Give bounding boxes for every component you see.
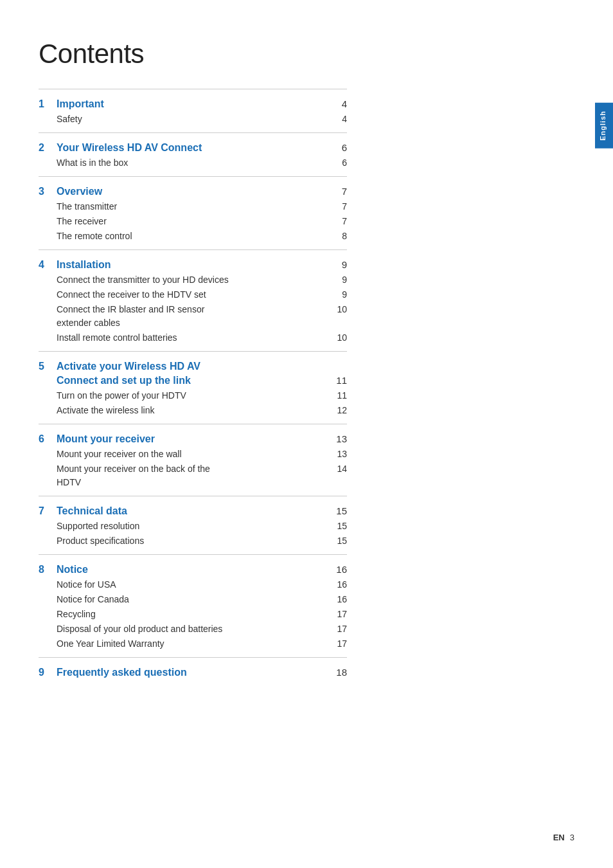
toc-subitem-row: Connect the IR blaster and IR sensorexte… xyxy=(57,303,347,330)
toc-page-2: 6 xyxy=(329,142,347,153)
toc-subitem-label: Recycling xyxy=(57,608,329,621)
toc-header-row-9: 9Frequently asked question18 xyxy=(39,667,347,678)
toc-num-6: 6 xyxy=(39,433,57,445)
toc-page-7: 15 xyxy=(329,505,347,516)
toc-num-4: 4 xyxy=(39,259,57,271)
toc-section-4: 4Installation9Connect the transmitter to… xyxy=(39,249,347,351)
toc-subitem-label: The remote control xyxy=(57,230,329,243)
toc-page-9: 18 xyxy=(329,667,347,678)
toc-subitem-label: Connect the IR blaster and IR sensorexte… xyxy=(57,303,329,330)
toc-subitem-label: Activate the wireless link xyxy=(57,404,329,417)
page-title: Contents xyxy=(39,39,562,69)
toc-subitem-page: 7 xyxy=(329,201,347,212)
toc-subitem-row: The remote control8 xyxy=(57,230,347,243)
toc-subitem-row: One Year Limited Warranty17 xyxy=(57,637,347,651)
toc-section-3: 3Overview7The transmitter7The receiver7T… xyxy=(39,176,347,249)
toc-subitem-label: Product specifications xyxy=(57,534,329,548)
toc-subitem-label: Turn on the power of your HDTV xyxy=(57,389,329,402)
toc-subitem-row: Product specifications15 xyxy=(57,534,347,548)
toc-title-row2-5: Connect and set up the link11 xyxy=(39,375,347,386)
toc-subitem-label: The receiver xyxy=(57,215,329,228)
toc-subitem-label: One Year Limited Warranty xyxy=(57,637,329,651)
toc-subitem-row: Mount your receiver on the back of theHD… xyxy=(57,462,347,489)
toc-subitem-label: Notice for USA xyxy=(57,578,329,592)
toc-num-2: 2 xyxy=(39,142,57,154)
toc-page-6: 13 xyxy=(329,433,347,444)
toc-title-6: Mount your receiver xyxy=(57,433,329,445)
toc-subitem-label: Supported resolution xyxy=(57,520,329,533)
sidebar-tab: English xyxy=(595,103,613,149)
footer-lang: EN xyxy=(553,833,565,842)
toc-header-row-5: 5Activate your Wireless HD AV xyxy=(39,361,347,372)
toc-subitem-page: 8 xyxy=(329,231,347,241)
toc-title-2: Your Wireless HD AV Connect xyxy=(57,142,329,154)
toc-header-row-1: 1Important4 xyxy=(39,98,347,110)
toc-subitem-page: 16 xyxy=(329,579,347,590)
toc-num-1: 1 xyxy=(39,98,57,110)
toc-num-9: 9 xyxy=(39,667,57,678)
toc-title-9: Frequently asked question xyxy=(57,667,329,678)
toc-header-row-3: 3Overview7 xyxy=(39,186,347,197)
toc-subitem-row: Disposal of your old product and batteri… xyxy=(57,622,347,636)
toc-subitem-page: 9 xyxy=(329,289,347,300)
toc-subitem-label: Connect the receiver to the HDTV set xyxy=(57,288,329,302)
toc-num-5: 5 xyxy=(39,361,57,372)
toc-subitem-row: Notice for USA16 xyxy=(57,578,347,592)
toc-title-1: Important xyxy=(57,98,329,110)
toc-subitem-page: 17 xyxy=(329,609,347,619)
toc-subitem-page: 9 xyxy=(329,275,347,285)
toc-subitem-row: Connect the transmitter to your HD devic… xyxy=(57,273,347,287)
toc-subitem-label: Connect the transmitter to your HD devic… xyxy=(57,273,329,287)
toc-subitem-page: 7 xyxy=(329,216,347,226)
toc-subitem-page: 4 xyxy=(329,114,347,124)
toc-section-8: 8Notice16Notice for USA16Notice for Cana… xyxy=(39,554,347,657)
toc-title2-5: Connect and set up the link xyxy=(57,375,329,386)
toc-title-7: Technical data xyxy=(57,505,329,517)
toc-subitem-label: Notice for Canada xyxy=(57,593,329,606)
toc-section-5: 5Activate your Wireless HD AVConnect and… xyxy=(39,351,347,424)
toc-subitem-page: 10 xyxy=(329,332,347,343)
toc-subitem-label: Mount your receiver on the wall xyxy=(57,448,329,461)
toc-subitem-page: 6 xyxy=(329,158,347,168)
toc-title-4: Installation xyxy=(57,259,329,271)
toc-page-4: 9 xyxy=(329,259,347,270)
toc-section-2: 2Your Wireless HD AV Connect6What is in … xyxy=(39,132,347,176)
sidebar-label: English xyxy=(599,111,607,141)
toc-subitem-page: 17 xyxy=(329,624,347,634)
toc-subitem-page: 17 xyxy=(329,638,347,649)
toc-subitem-row: Notice for Canada16 xyxy=(57,593,347,606)
toc-subitem-page: 15 xyxy=(329,536,347,546)
footer-page-number: 3 xyxy=(570,833,574,842)
toc-subitem-row: Connect the receiver to the HDTV set9 xyxy=(57,288,347,302)
toc-subitem-page: 10 xyxy=(329,304,347,314)
toc-title-3: Overview xyxy=(57,186,329,197)
toc-subitem-page: 13 xyxy=(329,449,347,459)
toc-section-7: 7Technical data15Supported resolution15P… xyxy=(39,496,347,554)
toc-num-3: 3 xyxy=(39,186,57,197)
toc-container: 1Important4Safety42Your Wireless HD AV C… xyxy=(39,89,347,687)
toc-header-row-8: 8Notice16 xyxy=(39,564,347,575)
toc-title-5: Activate your Wireless HD AV xyxy=(57,361,329,372)
toc-subitem-label: What is in the box xyxy=(57,156,329,170)
toc-num-7: 7 xyxy=(39,505,57,517)
toc-subitem-label: The transmitter xyxy=(57,200,329,213)
toc-subitem-page: 11 xyxy=(329,390,347,401)
toc-subitem-page: 12 xyxy=(329,405,347,415)
toc-subitem-row: The transmitter7 xyxy=(57,200,347,213)
toc-subitem-row: Safety4 xyxy=(57,113,347,126)
footer: EN 3 xyxy=(553,833,574,842)
toc-title-8: Notice xyxy=(57,564,329,575)
toc-header-row-4: 4Installation9 xyxy=(39,259,347,271)
toc-subitem-row: Activate the wireless link12 xyxy=(57,404,347,417)
toc-page-3: 7 xyxy=(329,186,347,197)
toc-subitem-label: Install remote control batteries xyxy=(57,331,329,345)
toc-header-row-2: 2Your Wireless HD AV Connect6 xyxy=(39,142,347,154)
toc-subitem-row: Install remote control batteries10 xyxy=(57,331,347,345)
toc-subitem-row: The receiver7 xyxy=(57,215,347,228)
toc-subitem-page: 16 xyxy=(329,594,347,604)
toc-subitem-label: Mount your receiver on the back of theHD… xyxy=(57,462,329,489)
toc-subitem-page: 15 xyxy=(329,521,347,531)
toc-subitem-row: Recycling17 xyxy=(57,608,347,621)
toc-page-1: 4 xyxy=(329,98,347,109)
toc-subitem-label: Disposal of your old product and batteri… xyxy=(57,622,329,636)
